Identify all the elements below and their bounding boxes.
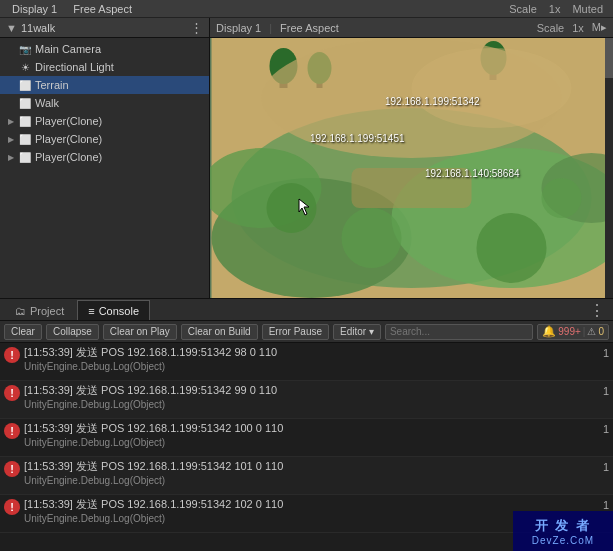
entry-count-4: 1 (593, 459, 609, 473)
ip-label-3: 192.168.1.140:58684 (425, 168, 520, 179)
console-search-input[interactable] (385, 324, 533, 340)
entry-line1-4: [11:53:39] 发送 POS 192.168.1.199:51342 10… (24, 459, 589, 474)
game-display-label[interactable]: Display 1 (216, 22, 261, 34)
entry-icon-3: ! (4, 423, 20, 439)
player-icon-2: ⬜ (18, 132, 32, 146)
svg-point-18 (412, 48, 572, 128)
game-scale-val: 1x (572, 22, 584, 34)
mouse-cursor (298, 198, 314, 214)
project-tab-label: Project (30, 305, 64, 317)
clear-on-play-button[interactable]: Clear on Play (103, 324, 177, 340)
hierarchy-panel: ▼ 11walk ⋮ 📷 Main Camera ☀ Directional L… (0, 18, 210, 298)
arrow-icon (8, 81, 18, 90)
bottom-outer: 🗂 Project ≡ Console ⋮ Clear Collapse Cle… (0, 298, 613, 551)
tab-project[interactable]: 🗂 Project (4, 300, 75, 320)
console-tab-icon: ≡ (88, 305, 94, 317)
game-toolbar: Display 1 | Free Aspect Scale 1x M▸ (210, 18, 613, 38)
svg-marker-19 (299, 199, 309, 215)
player-clone-3-label: Player(Clone) (35, 151, 102, 163)
console-entry-3[interactable]: ![11:53:39] 发送 POS 192.168.1.199:51342 1… (0, 419, 613, 457)
warn-count-badge: 0 (598, 326, 604, 337)
hierarchy-item-player3[interactable]: ▶ ⬜ Player(Clone) (0, 148, 209, 166)
tab-console[interactable]: ≡ Console (77, 300, 150, 320)
light-icon: ☀ (18, 60, 32, 74)
scale-value: 1x (549, 3, 561, 15)
player-icon-3: ⬜ (18, 150, 32, 164)
terrain-svg (210, 38, 613, 298)
hierarchy-icon: ▼ (6, 22, 17, 34)
walk-icon: ⬜ (18, 96, 32, 110)
arrow-right-icon: ▶ (8, 117, 18, 126)
walk-label: Walk (35, 97, 59, 109)
hierarchy-items: 📷 Main Camera ☀ Directional Light ⬜ Terr… (0, 38, 209, 168)
entry-line2-1: UnityEngine.Debug.Log(Object) (24, 360, 589, 374)
clear-on-build-button[interactable]: Clear on Build (181, 324, 258, 340)
top-bar: Display 1 Free Aspect Scale 1x Muted (0, 0, 613, 18)
watermark-line1: 开 发 者 (535, 517, 591, 535)
console-entry-1[interactable]: ![11:53:39] 发送 POS 192.168.1.199:51342 9… (0, 343, 613, 381)
game-scrollbar-thumb[interactable] (605, 38, 613, 78)
camera-icon: 📷 (18, 42, 32, 56)
console-badge-area: 🔔 999+ | ⚠ 0 (537, 324, 609, 340)
hierarchy-header: ▼ 11walk ⋮ (0, 18, 209, 38)
project-tab-icon: 🗂 (15, 305, 26, 317)
editor-dropdown-button[interactable]: Editor ▾ (333, 324, 381, 340)
entry-text-1: [11:53:39] 发送 POS 192.168.1.199:51342 98… (24, 345, 589, 374)
collapse-button[interactable]: Collapse (46, 324, 99, 340)
scale-label: Scale (509, 3, 537, 15)
hierarchy-item-terrain[interactable]: ⬜ Terrain (0, 76, 209, 94)
terrain-icon: ⬜ (18, 78, 32, 92)
player-icon-1: ⬜ (18, 114, 32, 128)
error-pause-button[interactable]: Error Pause (262, 324, 329, 340)
entry-count-2: 1 (593, 383, 609, 397)
clear-button[interactable]: Clear (4, 324, 42, 340)
entry-count-3: 1 (593, 421, 609, 435)
game-aspect-label[interactable]: Free Aspect (280, 22, 339, 34)
entry-icon-5: ! (4, 499, 20, 515)
ip-label-1: 192.168.1.199:51342 (385, 96, 480, 107)
entry-icon-1: ! (4, 347, 20, 363)
main-camera-label: Main Camera (35, 43, 101, 55)
entry-icon-4: ! (4, 461, 20, 477)
hierarchy-item-walk[interactable]: ⬜ Walk (0, 94, 209, 112)
entry-count-5: 1 (593, 497, 609, 511)
game-scrollbar[interactable] (605, 38, 613, 298)
bell-icon: 🔔 (542, 325, 556, 338)
entry-text-2: [11:53:39] 发送 POS 192.168.1.199:51342 99… (24, 383, 589, 412)
game-mute[interactable]: M▸ (592, 21, 607, 34)
hierarchy-menu-icon[interactable]: ⋮ (190, 20, 203, 35)
hierarchy-item-player1[interactable]: ▶ ⬜ Player(Clone) (0, 112, 209, 130)
arrow-icon (8, 99, 18, 108)
entry-text-5: [11:53:39] 发送 POS 192.168.1.199:51342 10… (24, 497, 589, 526)
tab-options-button[interactable]: ⋮ (589, 301, 609, 320)
console-entry-4[interactable]: ![11:53:39] 发送 POS 192.168.1.199:51342 1… (0, 457, 613, 495)
mode-label: Muted (572, 3, 603, 15)
terrain-label: Terrain (35, 79, 69, 91)
console-entry-2[interactable]: ![11:53:39] 发送 POS 192.168.1.199:51342 9… (0, 381, 613, 419)
hierarchy-item-main-camera[interactable]: 📷 Main Camera (0, 40, 209, 58)
aspect-tab[interactable]: Free Aspect (65, 3, 140, 15)
hierarchy-title: 11walk (21, 22, 55, 34)
entry-line2-2: UnityEngine.Debug.Log(Object) (24, 398, 589, 412)
entry-line2-4: UnityEngine.Debug.Log(Object) (24, 474, 589, 488)
hierarchy-item-player2[interactable]: ▶ ⬜ Player(Clone) (0, 130, 209, 148)
svg-point-8 (342, 208, 402, 268)
entry-line1-1: [11:53:39] 发送 POS 192.168.1.199:51342 98… (24, 345, 589, 360)
console-tab-label: Console (99, 305, 139, 317)
top-bar-controls: Scale 1x Muted (509, 3, 609, 15)
error-count-badge: 999+ (558, 326, 581, 337)
triangle-icon: ⚠ (587, 326, 596, 337)
entry-line1-2: [11:53:39] 发送 POS 192.168.1.199:51342 99… (24, 383, 589, 398)
entry-count-1: 1 (593, 345, 609, 359)
display-tab[interactable]: Display 1 (4, 3, 65, 15)
dir-light-label: Directional Light (35, 61, 114, 73)
game-panel: Display 1 | Free Aspect Scale 1x M▸ (210, 18, 613, 298)
entry-text-4: [11:53:39] 发送 POS 192.168.1.199:51342 10… (24, 459, 589, 488)
entry-text-3: [11:53:39] 发送 POS 192.168.1.199:51342 10… (24, 421, 589, 450)
hierarchy-item-dir-light[interactable]: ☀ Directional Light (0, 58, 209, 76)
arrow-icon (8, 63, 18, 72)
player-clone-2-label: Player(Clone) (35, 133, 102, 145)
bottom-tabs: 🗂 Project ≡ Console ⋮ (0, 299, 613, 321)
svg-point-10 (542, 178, 582, 218)
main-content: ▼ 11walk ⋮ 📷 Main Camera ☀ Directional L… (0, 18, 613, 298)
